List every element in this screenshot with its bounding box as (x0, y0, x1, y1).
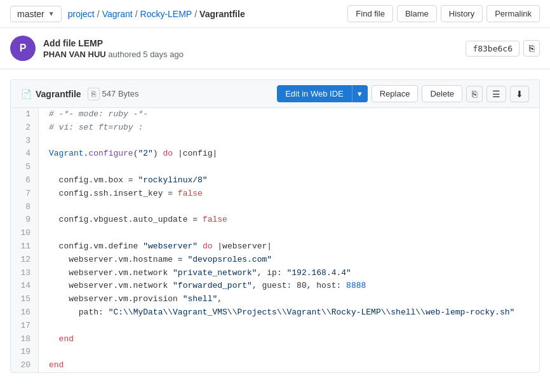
table-row: 5 (11, 161, 539, 174)
table-row: 13 webserver.vm.network "private_network… (11, 267, 539, 280)
line-code: config.vm.box = "rockylinux/8" (39, 174, 539, 187)
breadcrumb-project[interactable]: project (68, 9, 95, 19)
table-row: 17 (11, 320, 539, 333)
table-row: 19 (11, 346, 539, 359)
breadcrumb: project / Vagrant / Rocky-LEMP / Vagrant… (68, 9, 342, 19)
edit-dropdown-button[interactable]: ▾ (352, 85, 368, 102)
chevron-down-icon: ▼ (48, 10, 55, 17)
top-bar: master ▼ project / Vagrant / Rocky-LEMP … (0, 0, 550, 28)
table-row: 7 config.ssh.insert_key = false (11, 187, 539, 201)
line-number: 19 (11, 346, 39, 359)
permalink-button[interactable]: Permalink (486, 5, 540, 22)
table-row: 1 # -*- mode: ruby -*- (11, 108, 539, 121)
table-row: 10 (11, 227, 539, 240)
sep1: / (97, 9, 100, 19)
table-row: 18 end (11, 333, 539, 346)
branch-name: master (17, 9, 44, 19)
line-code: config.ssh.insert_key = false (39, 187, 539, 201)
raw-button[interactable]: ☰ (486, 86, 506, 102)
table-row: 15 webserver.vm.provision "shell", (11, 293, 539, 306)
copy-path-icon[interactable]: ⎘ (88, 88, 100, 100)
line-number: 16 (11, 306, 39, 320)
file-size-container: ⎘ 547 Bytes (88, 88, 139, 100)
table-row: 20 end (11, 359, 539, 372)
line-code: path: "C:\\MyData\\Vagrant_VMS\\Projects… (39, 306, 539, 320)
commit-text: Add file LEMP PHAN VAN HUU authored 5 da… (43, 38, 184, 59)
commit-info: P Add file LEMP PHAN VAN HUU authored 5 … (0, 28, 550, 69)
commit-meta: PHAN VAN HUU authored 5 days ago (43, 50, 184, 59)
code-area: 1 # -*- mode: ruby -*- 2 # vi: set ft=ru… (10, 107, 540, 373)
table-row: 12 webserver.vm.hostname = "devopsroles.… (11, 253, 539, 267)
table-row: 4 Vagrant.configure("2") do |config| (11, 147, 539, 161)
file-actions: Edit in Web IDE ▾ Replace Delete ⎘ ☰ ⬇ (277, 85, 529, 102)
replace-button[interactable]: Replace (372, 85, 419, 102)
line-number: 12 (11, 253, 39, 267)
table-row: 9 config.vbguest.auto_update = false (11, 213, 539, 227)
line-number: 13 (11, 267, 39, 280)
line-number: 17 (11, 320, 39, 333)
line-code (39, 201, 539, 214)
line-code (39, 135, 539, 148)
code-table: 1 # -*- mode: ruby -*- 2 # vi: set ft=ru… (11, 108, 539, 372)
table-row: 14 webserver.vm.network "forwarded_port"… (11, 280, 539, 293)
download-button[interactable]: ⬇ (510, 86, 529, 102)
line-number: 5 (11, 161, 39, 174)
sep3: / (194, 9, 197, 19)
edit-button-group: Edit in Web IDE ▾ (277, 85, 368, 102)
breadcrumb-rocky-lemp[interactable]: Rocky-LEMP (140, 9, 192, 19)
file-header: 📄 Vagrantfile ⎘ 547 Bytes Edit in Web ID… (10, 79, 540, 107)
line-number: 18 (11, 333, 39, 346)
line-number: 11 (11, 240, 39, 253)
table-row: 2 # vi: set ft=ruby : (11, 121, 539, 135)
line-code: # vi: set ft=ruby : (39, 121, 539, 135)
line-code: end (39, 359, 539, 372)
commit-author: PHAN VAN HUU (43, 50, 106, 59)
table-row: 16 path: "C:\\MyData\\Vagrant_VMS\\Proje… (11, 306, 539, 320)
line-code (39, 346, 539, 359)
line-code: webserver.vm.network "private_network", … (39, 267, 539, 280)
line-number: 15 (11, 293, 39, 306)
breadcrumb-vagrant[interactable]: Vagrant (102, 9, 133, 19)
sep2: / (135, 9, 138, 19)
line-code: config.vm.define "webserver" do |webserv… (39, 240, 539, 253)
commit-message: Add file LEMP (43, 38, 184, 48)
line-number: 1 (11, 108, 39, 121)
file-name: Vagrantfile (36, 89, 81, 99)
delete-button[interactable]: Delete (422, 85, 462, 102)
line-number: 6 (11, 174, 39, 187)
line-number: 4 (11, 147, 39, 161)
line-code (39, 227, 539, 240)
copy-sha-button[interactable]: ⎘ (523, 40, 540, 57)
branch-selector[interactable]: master ▼ (10, 6, 62, 22)
commit-sha: f83be6c6 ⎘ (466, 40, 540, 57)
line-number: 8 (11, 201, 39, 214)
table-row: 8 (11, 201, 539, 214)
table-row: 3 (11, 135, 539, 148)
copy-content-button[interactable]: ⎘ (466, 86, 483, 102)
line-code (39, 320, 539, 333)
file-size-value: 547 Bytes (102, 89, 139, 98)
line-code (39, 161, 539, 174)
line-code: webserver.vm.provision "shell", (39, 293, 539, 306)
breadcrumb-current: Vagrantfile (199, 9, 245, 19)
line-code: end (39, 333, 539, 346)
line-code: config.vbguest.auto_update = false (39, 213, 539, 227)
line-code: Vagrant.configure("2") do |config| (39, 147, 539, 161)
line-number: 20 (11, 359, 39, 372)
avatar: P (10, 36, 36, 61)
line-number: 9 (11, 213, 39, 227)
file-icon: 📄 (21, 89, 32, 99)
top-actions: Find file Blame History Permalink (347, 5, 540, 22)
table-row: 6 config.vm.box = "rockylinux/8" (11, 174, 539, 187)
blame-button[interactable]: Blame (397, 5, 437, 22)
find-file-button[interactable]: Find file (347, 5, 393, 22)
line-number: 3 (11, 135, 39, 148)
line-code: webserver.vm.hostname = "devopsroles.com… (39, 253, 539, 267)
table-row: 11 config.vm.define "webserver" do |webs… (11, 240, 539, 253)
sha-value: f83be6c6 (466, 41, 520, 57)
line-number: 14 (11, 280, 39, 293)
line-number: 7 (11, 187, 39, 201)
history-button[interactable]: History (441, 5, 483, 22)
commit-action: authored (108, 50, 140, 59)
edit-web-ide-button[interactable]: Edit in Web IDE (277, 85, 352, 102)
